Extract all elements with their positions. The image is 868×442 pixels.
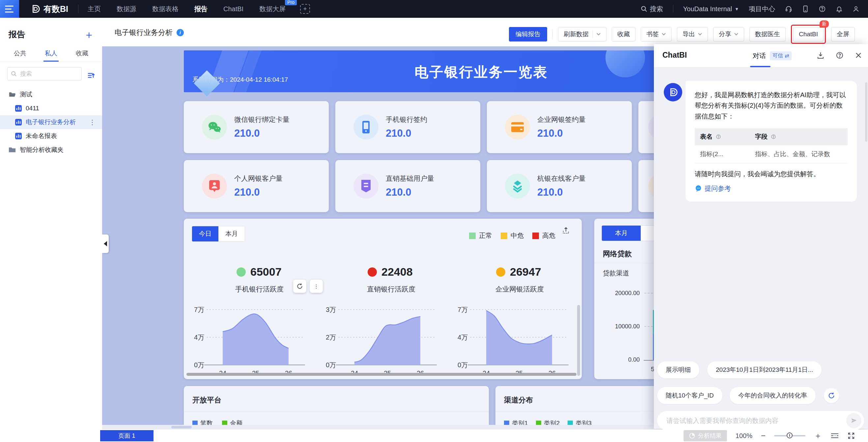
support-headset-icon[interactable]: [785, 5, 792, 12]
nav-divider: [78, 5, 79, 13]
chatbi-button[interactable]: ChatBI: [793, 27, 824, 41]
report-item[interactable]: 未命名报表: [0, 129, 102, 143]
kpi-card-mobile-sign[interactable]: 手机银行签约 210.0: [335, 101, 480, 153]
user-profile-icon[interactable]: [852, 5, 860, 12]
suggestion-chip[interactable]: 2023年10月1日到2023年11月1日...: [707, 361, 822, 378]
tab-today[interactable]: 今日: [192, 226, 218, 242]
zoom-slider[interactable]: [774, 435, 805, 436]
kpi-card-hangbank-online[interactable]: 杭银在线客户量 210.0: [487, 160, 632, 212]
mobile-phone-icon: [353, 115, 378, 140]
legend-item[interactable]: 类别2: [536, 419, 560, 425]
chevron-down-icon: [661, 33, 666, 36]
legend-item[interactable]: 类别3: [567, 419, 592, 425]
legend-item[interactable]: 金额: [222, 419, 243, 425]
app-logo[interactable]: 有数BI: [30, 4, 68, 14]
info-icon[interactable]: i: [177, 29, 184, 36]
report-item[interactable]: 0411: [0, 101, 102, 115]
data-doctor-button[interactable]: 数据医生: [749, 27, 786, 41]
tab-this-month[interactable]: 本月: [602, 226, 641, 241]
activity-period-tabs: 今日 本月: [192, 226, 245, 242]
legend-medium-risk[interactable]: 中危: [501, 231, 524, 240]
help-icon[interactable]: [716, 134, 721, 139]
zoom-slider-thumb[interactable]: [787, 433, 793, 438]
zoom-out-button[interactable]: −: [761, 433, 766, 439]
help-icon[interactable]: [771, 134, 776, 139]
close-icon[interactable]: [855, 52, 862, 59]
nav-item-datatable[interactable]: 数据表格: [152, 5, 179, 13]
refresh-icon[interactable]: [293, 280, 306, 293]
sidebar-search[interactable]: [7, 67, 82, 81]
fit-width-icon[interactable]: [831, 433, 839, 439]
fullscreen-button[interactable]: 全屏: [831, 27, 855, 41]
tab-this-month[interactable]: 本月: [218, 226, 245, 242]
vertical-scrollbar[interactable]: [577, 305, 580, 376]
nav-item-home[interactable]: 主页: [88, 5, 101, 13]
nav-item-bigscreen[interactable]: 数据大屏 Pro: [259, 5, 286, 13]
suggestion-chip[interactable]: 随机10个客户_ID: [657, 387, 722, 404]
zoom-in-button[interactable]: ＋: [814, 433, 822, 439]
report-item-active[interactable]: 电子银行业务分析 ⋮: [0, 115, 102, 129]
create-report-button[interactable]: ＋: [84, 30, 94, 39]
area-chart-mobile-activity[interactable]: 0万4万7万242526: [190, 301, 308, 379]
page-tab[interactable]: 页面 1: [100, 430, 154, 441]
question-reference-link[interactable]: 提问参考: [695, 184, 847, 193]
bookmark-button[interactable]: 书签: [641, 27, 672, 41]
suggestion-chip[interactable]: 展示明细: [657, 361, 699, 378]
report-header: 电子银行业务分析 i 编辑报告 刷新数据 收藏 书签 导出 分享 数据医生 Ch…: [102, 18, 868, 46]
sidebar-search-input[interactable]: [20, 70, 70, 78]
fullscreen-expand-icon[interactable]: [847, 432, 855, 439]
refresh-suggestions-icon[interactable]: [824, 388, 839, 403]
kpi-card-personal-ebank[interactable]: 个人网银客户量 210.0: [184, 160, 329, 212]
horizontal-scrollbar[interactable]: [186, 373, 577, 376]
edit-report-button[interactable]: 编辑报告: [509, 27, 547, 41]
tab-public[interactable]: 公共: [14, 49, 26, 62]
notifications-bell-icon[interactable]: [836, 5, 843, 12]
refresh-data-button[interactable]: 刷新数据: [558, 27, 607, 41]
export-chart-icon[interactable]: [562, 227, 570, 234]
area-chart-direct-activity[interactable]: 0万2万3万242526: [321, 301, 440, 379]
kpi-card-corp-sign[interactable]: 企业网银签约量 210.0: [487, 101, 632, 153]
export-button[interactable]: 导出: [677, 27, 708, 41]
item-more-icon[interactable]: ⋮: [89, 118, 96, 126]
download-icon[interactable]: [816, 52, 825, 59]
global-search[interactable]: 搜索: [641, 5, 663, 13]
tab-conversation[interactable]: 对话: [753, 52, 766, 60]
dimension-label: 贷款渠道: [603, 269, 629, 278]
legend-item[interactable]: 类别1: [504, 419, 528, 425]
folder-item[interactable]: 测试: [0, 88, 102, 101]
favorite-button[interactable]: 收藏: [612, 27, 636, 41]
project-center-link[interactable]: 项目中心: [749, 5, 775, 13]
tab-favorites[interactable]: 收藏: [76, 49, 88, 62]
analysis-result-button[interactable]: 分析结果: [684, 430, 727, 441]
kpi-card-direct-users[interactable]: 直销基础用户量 210.0: [335, 160, 480, 212]
help-icon[interactable]: [818, 5, 826, 12]
scrollbar-thumb[interactable]: [171, 426, 192, 429]
sort-icon[interactable]: [87, 71, 96, 80]
chevron-down-icon: [734, 33, 739, 36]
add-module-button[interactable]: +: [300, 4, 310, 14]
legend-high-risk[interactable]: 高危: [532, 231, 555, 240]
chevron-down-icon[interactable]: [593, 30, 601, 38]
hamburger-menu-icon[interactable]: [0, 0, 19, 18]
folder-item[interactable]: 智能分析收藏夹: [0, 143, 102, 157]
help-icon[interactable]: [836, 52, 844, 59]
nav-item-datasource[interactable]: 数据源: [117, 5, 136, 13]
kpi-card-wechat[interactable]: 微信银行绑定卡量 210.0: [184, 101, 329, 153]
trust-mode-badge[interactable]: 可信⇄: [770, 52, 792, 60]
area-chart-corp-activity[interactable]: 0万4万7万242526: [453, 301, 572, 379]
sidebar-collapse-handle[interactable]: [102, 234, 109, 253]
workspace-selector[interactable]: YouData Internal▼: [683, 5, 739, 13]
nav-item-chatbi[interactable]: ChatBI: [223, 5, 243, 13]
chat-input[interactable]: [666, 417, 846, 425]
share-button[interactable]: 分享: [713, 27, 744, 41]
more-options-icon[interactable]: ⋮: [310, 280, 323, 293]
mobile-app-icon[interactable]: [802, 5, 809, 12]
nav-item-report[interactable]: 报告: [194, 5, 208, 13]
legend-item[interactable]: 笔数: [192, 419, 213, 425]
legend-normal[interactable]: 正常: [469, 231, 492, 240]
tab-private[interactable]: 私人: [45, 49, 57, 62]
suggestion-chip[interactable]: 今年的合同收入的转化率: [730, 387, 816, 404]
vertical-scrollbar[interactable]: [865, 82, 867, 141]
send-icon[interactable]: [846, 413, 861, 428]
nav-divider: [673, 5, 673, 13]
